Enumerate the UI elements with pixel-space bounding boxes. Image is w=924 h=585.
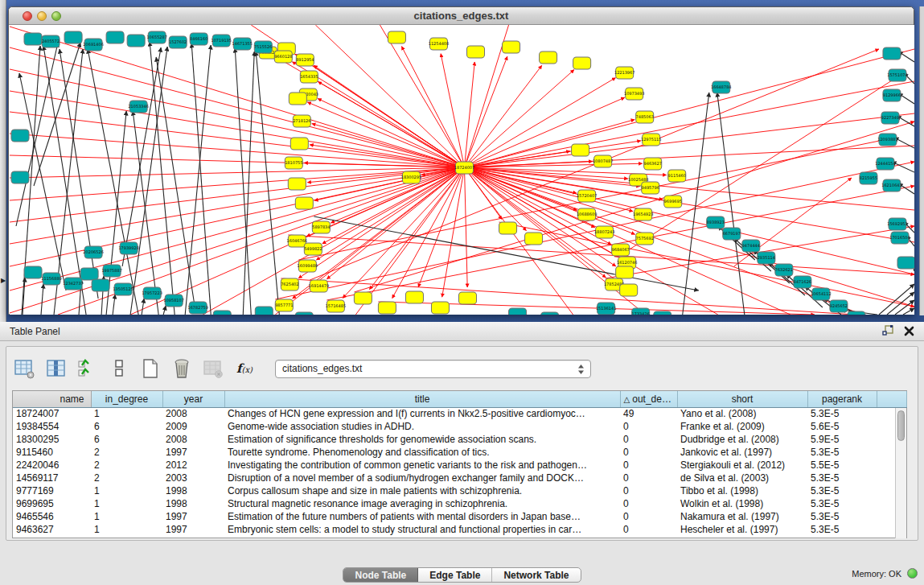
network-node[interactable] — [620, 284, 638, 296]
delete-column-icon[interactable] — [170, 356, 194, 381]
table-row[interactable]: 2242004622012Investigating the contribut… — [13, 459, 906, 472]
network-node[interactable] — [288, 178, 306, 190]
table-cell[interactable]: Estimation of the future numbers of pati… — [224, 510, 620, 523]
table-cell[interactable]: 5.3E-5 — [807, 446, 877, 459]
show-column-icon[interactable] — [44, 356, 68, 381]
network-node[interactable] — [525, 233, 543, 245]
memory-status-indicator[interactable] — [907, 568, 918, 579]
table-cell[interactable]: 2 — [91, 459, 162, 472]
network-node[interactable] — [378, 302, 396, 314]
table-cell[interactable]: 5.3E-5 — [807, 497, 877, 510]
table-cell[interactable]: 2008 — [162, 407, 224, 420]
table-cell[interactable]: Corpus callosum shape and size in male p… — [224, 484, 620, 497]
table-cell[interactable]: Changes of HCN gene expression and I(f) … — [224, 407, 620, 420]
table-row[interactable]: 969969511998Structural magnetic resonanc… — [13, 497, 906, 510]
network-node[interactable] — [573, 57, 591, 69]
table-cell[interactable]: 5.5E-5 — [807, 459, 877, 472]
table-cell[interactable]: Tourette syndrome. Phenomenology and cla… — [224, 446, 620, 459]
function-builder-icon[interactable]: f(x) — [232, 356, 257, 381]
table-row[interactable]: 977716911998Corpus callosum shape and si… — [13, 484, 906, 497]
table-settings-icon[interactable] — [13, 356, 37, 381]
new-column-icon[interactable] — [138, 356, 162, 381]
table-cell[interactable]: Dudbridge et al. (2008) — [677, 433, 807, 446]
table-cell[interactable]: 1997 — [162, 510, 224, 523]
table-row[interactable]: 1830029562008Estimation of significance … — [13, 433, 906, 446]
network-node[interactable] — [64, 31, 82, 43]
table-cell[interactable]: Stergiakouli et al. (2012) — [677, 459, 807, 472]
table-cell[interactable]: Genome-wide association studies in ADHD. — [224, 420, 620, 433]
table-cell[interactable]: Franke et al. (2009) — [677, 420, 807, 433]
table-cell[interactable]: 2008 — [162, 433, 224, 446]
table-cell[interactable]: Investigating the contribution of common… — [224, 459, 620, 472]
select-attributes-icon[interactable] — [76, 356, 100, 381]
network-node[interactable] — [24, 33, 42, 45]
table-cell[interactable]: 1998 — [162, 484, 224, 497]
table-cell[interactable]: 1 — [91, 407, 162, 420]
panel-expand-icon[interactable]: ▶ — [1, 277, 6, 284]
network-node[interactable] — [289, 93, 306, 105]
column-header-title[interactable]: title — [224, 391, 620, 407]
table-cell[interactable]: Jankovic et al. (1997) — [677, 446, 807, 459]
network-node[interactable] — [106, 31, 124, 43]
column-header-year[interactable]: year — [162, 391, 224, 407]
scrollbar-thumb[interactable] — [897, 410, 905, 441]
table-cell[interactable]: 14569117 — [13, 472, 91, 484]
network-node[interactable] — [572, 144, 589, 156]
network-node[interactable] — [11, 171, 29, 183]
network-node[interactable] — [848, 311, 865, 315]
table-cell[interactable]: 0 — [620, 433, 677, 446]
network-node[interactable] — [80, 268, 98, 280]
table-cell[interactable]: 1 — [91, 523, 162, 536]
network-window-titlebar[interactable]: citations_edges.txt — [9, 7, 914, 25]
network-node[interactable] — [616, 266, 634, 278]
network-node[interactable] — [897, 257, 914, 269]
table-cell[interactable]: 1 — [91, 484, 162, 497]
network-node[interactable] — [295, 312, 313, 315]
network-node[interactable] — [499, 222, 517, 234]
column-header-in_degree[interactable]: in_degree — [91, 391, 162, 407]
table-cell[interactable]: 1997 — [162, 446, 224, 459]
table-cell[interactable]: 5.9E-5 — [807, 433, 877, 446]
table-cell[interactable]: 1 — [91, 510, 162, 523]
network-node[interactable] — [431, 302, 449, 314]
table-cell[interactable]: 1 — [91, 497, 162, 510]
table-cell[interactable]: 2 — [91, 446, 162, 459]
network-node[interactable] — [541, 312, 559, 315]
table-cell[interactable]: 9777169 — [13, 484, 91, 497]
table-cell[interactable]: de Silva et al. (2003) — [677, 472, 807, 484]
network-node[interactable] — [24, 266, 42, 278]
table-cell[interactable]: 0 — [620, 484, 677, 497]
close-panel-icon[interactable] — [904, 326, 914, 336]
table-cell[interactable]: 22420046 — [13, 459, 91, 472]
network-node[interactable] — [654, 311, 671, 315]
table-cell[interactable]: 49 — [620, 407, 677, 420]
network-node[interactable] — [354, 292, 372, 304]
network-node[interactable] — [92, 279, 109, 291]
network-node[interactable] — [467, 46, 485, 58]
table-cell[interactable]: Nakamura et al. (1997) — [677, 510, 807, 523]
table-cell[interactable]: 0 — [620, 446, 677, 459]
table-cell[interactable]: 0 — [620, 420, 677, 433]
table-cell[interactable]: 5.3E-5 — [807, 484, 877, 497]
table-cell[interactable]: Disruption of a novel member of a sodium… — [224, 472, 620, 484]
network-node[interactable] — [295, 197, 313, 209]
table-cell[interactable]: 0 — [620, 497, 677, 510]
table-cell[interactable]: 19384554 — [13, 420, 91, 433]
vertical-scrollbar[interactable] — [895, 408, 906, 538]
table-cell[interactable]: 18300295 — [13, 433, 91, 446]
table-row[interactable]: 1872400712008Changes of HCN gene express… — [13, 407, 906, 420]
table-cell[interactable]: 9463627 — [13, 523, 91, 536]
network-node[interactable] — [458, 292, 476, 304]
network-node[interactable] — [290, 138, 308, 150]
table-cell[interactable]: 6 — [91, 433, 162, 446]
network-node[interactable] — [540, 51, 557, 64]
table-cell[interactable]: 18724007 — [13, 407, 91, 420]
table-cell[interactable]: 5.3E-5 — [807, 407, 877, 420]
network-node[interactable] — [509, 308, 527, 315]
table-cell[interactable]: 0 — [620, 472, 677, 484]
control-panel-edge[interactable]: ▶ — [0, 0, 6, 322]
table-cell[interactable]: 9465546 — [13, 510, 91, 523]
table-cell[interactable]: Embryonic stem cells: a model to study s… — [224, 523, 620, 536]
table-cell[interactable]: 0 — [620, 510, 677, 523]
table-cell[interactable]: 2 — [91, 472, 162, 484]
